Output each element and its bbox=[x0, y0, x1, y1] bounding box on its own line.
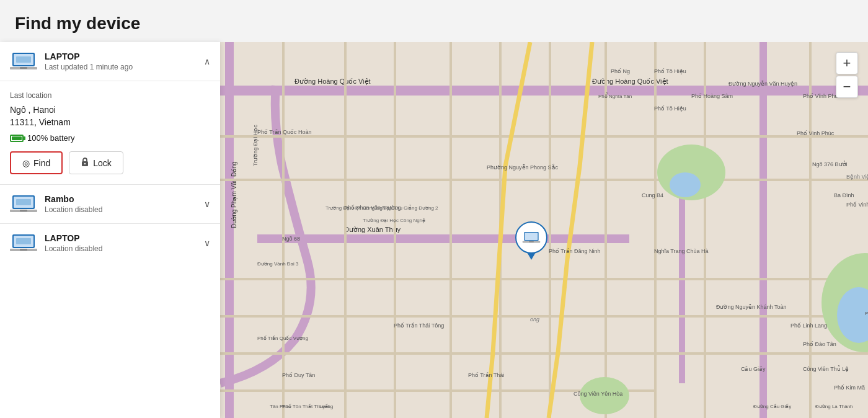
svg-rect-93 bbox=[525, 233, 538, 241]
svg-rect-40 bbox=[654, 42, 657, 418]
svg-rect-30 bbox=[220, 315, 868, 318]
svg-rect-16 bbox=[16, 238, 31, 244]
battery-icon bbox=[10, 135, 24, 142]
svg-text:Phố Vinh Phúc: Phố Vinh Phúc bbox=[797, 130, 835, 136]
svg-text:Cung B4: Cung B4 bbox=[642, 192, 663, 198]
svg-rect-10 bbox=[20, 210, 27, 211]
battery-outline bbox=[10, 135, 24, 142]
location-address-line1: Ngô , Hanoi bbox=[10, 105, 210, 115]
svg-text:Phố Vinh Phúc: Phố Vinh Phúc bbox=[846, 202, 868, 208]
lock-button[interactable]: Lock bbox=[69, 151, 123, 174]
main-content: LAPTOP Last updated 1 minute ago ∧ Last … bbox=[0, 42, 868, 418]
find-button[interactable]: ◎ Find bbox=[10, 151, 63, 174]
laptop-icon bbox=[10, 51, 37, 72]
svg-text:Phố Trần Thái Tông: Phố Trần Thái Tông bbox=[394, 322, 444, 329]
chevron-down-icon-secondary[interactable]: ∨ bbox=[204, 238, 210, 248]
svg-rect-95 bbox=[529, 241, 534, 242]
svg-text:Trường Đại Học Công Nghiệp Khu: Trường Đại Học Công Nghiệp Khu Giảng Đườ… bbox=[326, 205, 438, 211]
svg-text:Phố Linh Lang: Phố Linh Lang bbox=[790, 322, 827, 329]
battery-fill bbox=[12, 136, 22, 140]
last-location-label: Last location bbox=[10, 91, 210, 100]
svg-text:Phố Trần Quốc Hoàn: Phố Trần Quốc Hoàn bbox=[257, 129, 312, 135]
device-info-secondary: LAPTOP Location disabled bbox=[45, 233, 102, 253]
page-header: Find my device bbox=[0, 0, 868, 42]
svg-text:Đường Cầu Giấy: Đường Cầu Giấy bbox=[753, 404, 791, 409]
svg-text:Phố Ng: Phố Ng bbox=[611, 68, 630, 74]
zoom-out-button[interactable]: − bbox=[836, 76, 858, 98]
svg-text:Đường Vành Đai 3: Đường Vành Đai 3 bbox=[257, 261, 299, 267]
svg-text:Trường Đại Học: Trường Đại Học bbox=[252, 125, 259, 166]
svg-rect-11 bbox=[16, 199, 31, 205]
svg-text:Đường Nguyễn Văn Huyện: Đường Nguyễn Văn Huyện bbox=[728, 81, 797, 87]
svg-text:Ba Đình: Ba Đình bbox=[834, 192, 854, 198]
svg-text:Phố Tô Hiệu: Phố Tô Hiệu bbox=[654, 68, 686, 74]
svg-rect-38 bbox=[549, 42, 551, 418]
svg-rect-4 bbox=[16, 56, 31, 63]
svg-rect-31 bbox=[220, 352, 868, 355]
action-buttons: ◎ Find Lock bbox=[10, 151, 210, 174]
battery-row: 100% battery bbox=[10, 133, 210, 143]
marker-tip bbox=[527, 252, 536, 260]
device-name-rambo: Rambo bbox=[45, 194, 102, 204]
device-info-rambo: Rambo Location disabled bbox=[45, 194, 102, 214]
chevron-up-icon[interactable]: ∧ bbox=[204, 56, 210, 66]
lock-icon bbox=[81, 157, 89, 169]
device-subtitle-rambo: Location disabled bbox=[45, 205, 102, 214]
find-label: Find bbox=[33, 158, 50, 168]
svg-text:Đường La Thành: Đường La Thành bbox=[815, 404, 853, 409]
svg-text:Đường Phạm Văn Đồng: Đường Phạm Văn Đồng bbox=[231, 162, 237, 228]
device-panel: LAPTOP Last updated 1 minute ago ∧ Last … bbox=[0, 42, 220, 418]
svg-text:Phố Tô Hiệu: Phố Tô Hiệu bbox=[654, 105, 686, 112]
laptop-icon-rambo bbox=[10, 193, 37, 215]
page-title: Find my device bbox=[15, 14, 140, 33]
zoom-in-button[interactable]: + bbox=[836, 52, 858, 74]
svg-text:Ngõ 68: Ngõ 68 bbox=[282, 236, 300, 242]
svg-rect-29 bbox=[220, 278, 868, 280]
svg-text:Cầu Giấy: Cầu Giấy bbox=[741, 366, 766, 372]
svg-text:Công Viên Thủ Lệ: Công Viên Thủ Lệ bbox=[803, 365, 849, 372]
device-item-left-secondary: LAPTOP Location disabled bbox=[10, 233, 102, 254]
device-item-header-secondary: LAPTOP Location disabled ∨ bbox=[10, 233, 210, 254]
svg-text:Đường Nguyễn Khánh Toàn: Đường Nguyễn Khánh Toàn bbox=[716, 304, 786, 310]
device-subtitle-laptop-main: Last updated 1 minute ago bbox=[45, 63, 133, 71]
laptop-icon-secondary bbox=[10, 233, 37, 254]
svg-text:Phố Đội C...: Phố Đội C... bbox=[865, 311, 868, 316]
marker-bubble bbox=[515, 221, 547, 254]
svg-rect-34 bbox=[344, 42, 347, 418]
svg-rect-36 bbox=[450, 42, 452, 418]
device-subtitle-secondary: Location disabled bbox=[45, 244, 102, 253]
location-address-line2: 11311, Vietnam bbox=[10, 117, 210, 127]
find-icon: ◎ bbox=[22, 158, 30, 168]
svg-text:Phố Hoàng Sâm: Phố Hoàng Sâm bbox=[691, 93, 733, 99]
svg-point-46 bbox=[670, 172, 701, 197]
svg-text:Phố Kim Mã: Phố Kim Mã bbox=[834, 385, 865, 391]
device-name-secondary: LAPTOP bbox=[45, 233, 102, 243]
svg-text:Phường Nguyễn Phong Sắc: Phường Nguyễn Phong Sắc bbox=[487, 164, 559, 171]
device-item-laptop-main[interactable]: LAPTOP Last updated 1 minute ago ∧ bbox=[0, 42, 220, 81]
svg-text:Phố Đào Tân: Phố Đào Tân bbox=[803, 341, 836, 347]
svg-text:Phố Trần Thái: Phố Trần Thái bbox=[468, 372, 504, 378]
svg-text:Ngõ 376 Bưởi: Ngõ 376 Bưởi bbox=[812, 161, 848, 167]
device-name-laptop-main: LAPTOP bbox=[45, 51, 133, 61]
device-item-rambo[interactable]: Rambo Location disabled ∨ bbox=[0, 185, 220, 224]
device-item-laptop-secondary[interactable]: LAPTOP Location disabled ∨ bbox=[0, 224, 220, 262]
device-item-header: LAPTOP Last updated 1 minute ago ∧ bbox=[10, 51, 210, 72]
device-info: LAPTOP Last updated 1 minute ago bbox=[45, 51, 133, 71]
svg-rect-18 bbox=[220, 86, 868, 96]
chevron-down-icon-rambo[interactable]: ∨ bbox=[204, 199, 210, 209]
map-container: Đường Hoàng Quốc Việt Đường Hoàng Quốc V… bbox=[220, 42, 868, 418]
svg-rect-15 bbox=[20, 249, 27, 251]
svg-text:Công Viên Yên Hòa: Công Viên Yên Hòa bbox=[574, 391, 622, 397]
device-item-header-rambo: Rambo Location disabled ∨ bbox=[10, 193, 210, 215]
device-item-left: LAPTOP Last updated 1 minute ago bbox=[10, 51, 133, 72]
svg-text:Phổ Nghĩa Tân: Phổ Nghĩa Tân bbox=[598, 92, 632, 99]
svg-text:Đường Hoàng Quốc Việt: Đường Hoàng Quốc Việt bbox=[294, 78, 371, 86]
map-device-marker[interactable] bbox=[515, 221, 547, 260]
svg-text:Trường Đại Học Công Nghệ: Trường Đại Học Công Nghệ bbox=[363, 218, 425, 223]
svg-text:Phố Trần Quốc Vượng: Phố Trần Quốc Vượng bbox=[257, 336, 308, 341]
svg-text:Đường Hoàng Quốc Việt: Đường Hoàng Quốc Việt bbox=[592, 78, 668, 86]
battery-text: 100% battery bbox=[27, 133, 75, 143]
svg-text:Phố Duy Tân: Phố Duy Tân bbox=[282, 372, 315, 378]
svg-rect-27 bbox=[220, 135, 868, 138]
svg-text:Bệnh Viện Phối Trung Ương: Bệnh Viện Phối Trung Ương bbox=[846, 174, 868, 180]
